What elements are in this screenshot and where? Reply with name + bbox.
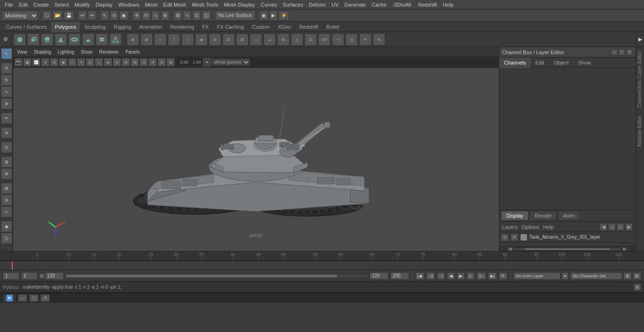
vp-select-cam-btn[interactable]: ▾ bbox=[41, 58, 50, 66]
ipr-btn[interactable]: ⚡ bbox=[279, 11, 289, 20]
snap-grid-btn[interactable]: ⊞ bbox=[173, 11, 182, 20]
transform-btn[interactable]: ⊕ bbox=[161, 11, 169, 20]
open-scene-btn[interactable]: 📂 bbox=[52, 11, 63, 20]
render-btn[interactable]: ◉ bbox=[259, 11, 268, 20]
live-surface-btn[interactable]: No Live Surface bbox=[215, 11, 255, 20]
crease-tool-btn[interactable]: ⊠ bbox=[1, 183, 12, 194]
layers-prev2-btn[interactable]: ◁ bbox=[608, 223, 616, 231]
shelf-scroll-right[interactable]: ▶ bbox=[636, 32, 644, 47]
layers-scroll-right-arrow[interactable]: ▶ bbox=[621, 247, 628, 251]
vp-menu-renderer[interactable]: Renderer bbox=[97, 49, 121, 55]
playback-end-field[interactable] bbox=[390, 272, 409, 280]
vp-menu-show[interactable]: Show bbox=[79, 49, 94, 55]
timeline-scrollbar-track[interactable] bbox=[66, 274, 368, 278]
scale-btn[interactable]: ⤡ bbox=[151, 11, 160, 20]
shelf-sphere-icon[interactable] bbox=[14, 33, 26, 46]
character-set-dropdown[interactable]: No Character Set bbox=[570, 272, 622, 280]
menu-modify[interactable]: Modify bbox=[72, 0, 92, 9]
vp-wireframe-btn[interactable]: ⊟ bbox=[50, 58, 58, 66]
shelf-wedge-icon[interactable]: ⊿ bbox=[264, 33, 276, 46]
script-bar-expand-btn[interactable]: ⊞ bbox=[634, 283, 641, 291]
shelf-combine-icon[interactable]: ⊕ bbox=[127, 33, 139, 46]
layer-row[interactable]: V P Tank_Abrams_X_Grey_001_layer bbox=[499, 232, 636, 243]
cb-tab-show[interactable]: Show bbox=[573, 57, 596, 68]
layers-scrollbar-thumb[interactable] bbox=[525, 248, 611, 250]
drt-tab-render[interactable]: Render bbox=[529, 211, 557, 220]
shelf-plane-icon[interactable] bbox=[82, 33, 94, 46]
select-tool-btn[interactable]: ↖ bbox=[1, 48, 12, 59]
layers-menu-help[interactable]: Help bbox=[543, 224, 554, 230]
next-key-btn[interactable]: |▷ bbox=[477, 272, 486, 280]
transform-tool-btn[interactable]: ⊕ bbox=[1, 98, 12, 109]
cb-tab-edit[interactable]: Edit bbox=[530, 57, 549, 68]
anim-layer-dropdown[interactable]: No Anim Layer bbox=[513, 272, 561, 280]
layers-scrollbar[interactable]: ◀ ▶ bbox=[499, 246, 636, 251]
shelf-tab-rendering[interactable]: Rendering bbox=[166, 22, 198, 32]
shelf-paint-icon[interactable]: ✏ bbox=[359, 33, 372, 46]
vp-shadows-btn[interactable]: ◫ bbox=[86, 58, 94, 66]
drt-tab-anim[interactable]: Anim bbox=[558, 211, 580, 220]
menu-mesh-display[interactable]: Mesh Display bbox=[221, 0, 258, 9]
timeline-scrollbar-thumb[interactable] bbox=[66, 275, 337, 277]
layer-color-swatch[interactable] bbox=[520, 234, 528, 241]
start-frame-input[interactable] bbox=[21, 272, 38, 280]
layer-visibility-btn[interactable]: V bbox=[501, 234, 509, 241]
snap-settings-btn[interactable]: ⊞ bbox=[1, 156, 12, 168]
select-btn[interactable]: ↖ bbox=[100, 11, 109, 20]
snap-point-btn[interactable]: ⊡ bbox=[192, 11, 201, 20]
shelf-settings-btn[interactable]: ⚙ bbox=[0, 32, 11, 47]
play-back-btn[interactable]: ◀ bbox=[447, 272, 455, 280]
paint-tool-btn[interactable]: ✏ bbox=[1, 113, 12, 124]
taskbar-minimize-btn[interactable]: — bbox=[18, 294, 27, 302]
shelf-insert-loop-icon[interactable]: ⊟ bbox=[223, 33, 235, 46]
char-set-settings-btn[interactable]: ⚙ bbox=[623, 272, 632, 280]
layers-scroll-left-arrow[interactable]: ◀ bbox=[507, 247, 513, 251]
move-tool-btn[interactable]: ✛ bbox=[1, 63, 12, 74]
shelf-tab-fx[interactable]: FX bbox=[198, 22, 213, 32]
lasso-btn[interactable]: ⊙ bbox=[110, 11, 118, 20]
vp-texture-btn[interactable]: ⬡ bbox=[68, 58, 76, 66]
quad-draw-btn[interactable]: ◫ bbox=[1, 233, 12, 244]
shelf-disk-icon[interactable] bbox=[96, 33, 108, 46]
menu-mesh[interactable]: Mesh bbox=[142, 0, 160, 9]
prev-key-btn[interactable]: ◁| bbox=[426, 272, 435, 280]
menu-edit-mesh[interactable]: Edit Mesh bbox=[160, 0, 189, 9]
channel-box-close-btn[interactable]: ✕ bbox=[626, 49, 633, 56]
manipulator-btn[interactable]: ⊗ bbox=[1, 168, 12, 179]
channel-box-float-btn[interactable]: □ bbox=[619, 49, 625, 56]
layers-next2-btn[interactable]: ▷ bbox=[617, 223, 624, 231]
new-scene-btn[interactable]: ☐ bbox=[42, 11, 51, 20]
scale-tool-btn[interactable]: ⤡ bbox=[1, 86, 12, 97]
menu-uv[interactable]: UV bbox=[329, 0, 341, 9]
menu-generate[interactable]: Generate bbox=[341, 0, 369, 9]
shelf-separate-icon[interactable]: ⊗ bbox=[140, 33, 153, 46]
vp-menu-panels[interactable]: Panels bbox=[124, 49, 142, 55]
channel-box-minimize-btn[interactable]: — bbox=[611, 49, 618, 56]
soft-mod-btn[interactable]: ≋ bbox=[1, 127, 12, 138]
shelf-sculpt-icon[interactable]: ≋ bbox=[373, 33, 385, 46]
shelf-tab-bullet[interactable]: Bullet bbox=[322, 22, 344, 32]
lattice-btn[interactable]: ⊟ bbox=[1, 194, 12, 206]
shelf-bridge-icon[interactable]: ⌂ bbox=[182, 33, 194, 46]
rotate-tool-btn[interactable]: ↻ bbox=[1, 74, 12, 86]
shelf-tab-rigging[interactable]: Rigging bbox=[110, 22, 135, 32]
char-set-extra-btn[interactable]: ⊞ bbox=[633, 272, 641, 280]
shelf-bevel-icon[interactable]: ◈ bbox=[195, 33, 207, 46]
re-tab-channel-box[interactable]: Channel Box / Layer Editor bbox=[636, 47, 644, 112]
vp-lights-btn[interactable]: ☀ bbox=[77, 58, 85, 66]
taskbar-close-btn[interactable]: ✕ bbox=[41, 294, 50, 302]
re-tab-attribute-editor[interactable]: Attribute Editor bbox=[636, 112, 644, 151]
rotate-btn[interactable]: ↻ bbox=[142, 11, 150, 20]
shelf-fill-icon[interactable]: △ bbox=[291, 33, 303, 46]
menu-edit[interactable]: Edit bbox=[16, 0, 31, 9]
vp-camera-btn[interactable]: 📷 bbox=[14, 58, 23, 66]
menu-file[interactable]: File bbox=[2, 0, 16, 9]
shelf-tab-redshift[interactable]: Redshift bbox=[296, 22, 322, 32]
vp-aa-btn[interactable]: ◈ bbox=[104, 58, 112, 66]
menu-3dtool[interactable]: -3DtoAll- bbox=[389, 0, 415, 9]
shelf-cone-icon[interactable] bbox=[55, 33, 67, 46]
shelf-extrude-icon[interactable]: ⤴ bbox=[168, 33, 180, 46]
layers-menu-layers[interactable]: Layers bbox=[502, 224, 518, 230]
shelf-merge-icon[interactable]: ⊚ bbox=[277, 33, 289, 46]
vp-film-btn[interactable]: ▦ bbox=[23, 58, 32, 66]
